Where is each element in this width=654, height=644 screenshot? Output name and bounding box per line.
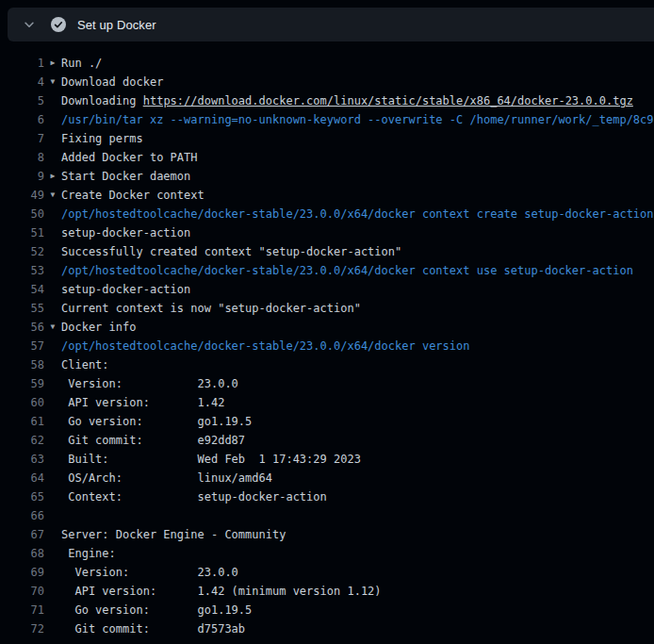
log-line: 69 Version: 23.0.0 — [0, 563, 654, 582]
arrow-spacer — [44, 582, 61, 601]
line-number[interactable]: 52 — [0, 242, 44, 261]
log-line: 50/opt/hostedtoolcache/docker-stable/23.… — [0, 205, 654, 223]
line-number[interactable]: 60 — [0, 393, 44, 412]
line-number[interactable]: 59 — [0, 374, 44, 393]
log-line: 54setup-docker-action — [0, 280, 654, 299]
line-number[interactable]: 62 — [0, 431, 44, 450]
log-line: 53/opt/hostedtoolcache/docker-stable/23.… — [0, 261, 654, 280]
log-text: Run ./ — [61, 54, 654, 73]
line-number[interactable]: 49 — [0, 186, 44, 205]
log-text: Server: Docker Engine - Community — [61, 525, 654, 544]
line-number[interactable]: 54 — [0, 280, 44, 299]
line-number[interactable]: 71 — [0, 601, 44, 619]
arrow-spacer — [44, 393, 61, 412]
page: { "header": { "title": "Set up Docker", … — [0, 0, 654, 644]
line-number[interactable]: 64 — [0, 469, 44, 487]
line-number[interactable]: 5 — [0, 91, 44, 110]
expand-icon[interactable]: ▶ — [44, 167, 61, 186]
line-number[interactable]: 9 — [0, 167, 44, 186]
log-line: 70 API version: 1.42 (minimum version 1.… — [0, 582, 654, 601]
log-group-line[interactable]: 56▼Docker info — [0, 318, 654, 337]
line-number[interactable]: 50 — [0, 205, 44, 223]
log-line: 66 — [0, 506, 654, 525]
log-group-line[interactable]: 1▶Run ./ — [0, 54, 654, 73]
line-number[interactable]: 72 — [0, 619, 44, 638]
arrow-spacer — [44, 431, 61, 450]
line-number[interactable]: 1 — [0, 54, 44, 73]
log-text: Version: 23.0.0 — [61, 563, 654, 582]
log-command-text: /opt/hostedtoolcache/docker-stable/23.0.… — [61, 337, 654, 355]
log-line: 6/usr/bin/tar xz --warning=no-unknown-ke… — [0, 110, 654, 129]
arrow-spacer — [44, 129, 61, 148]
line-number[interactable]: 55 — [0, 299, 44, 318]
log-text: Current context is now "setup-docker-act… — [61, 299, 654, 318]
log-group-line[interactable]: 9▶Start Docker daemon — [0, 167, 654, 186]
line-number[interactable]: 56 — [0, 318, 44, 337]
collapse-icon[interactable]: ▼ — [44, 318, 61, 337]
log-line: 72 Git commit: d7573ab — [0, 619, 654, 638]
log-group-line[interactable]: 4▼Download docker — [0, 73, 654, 91]
line-number[interactable]: 6 — [0, 110, 44, 129]
line-number[interactable]: 57 — [0, 337, 44, 355]
log-text: Client: — [61, 355, 654, 374]
log-text-segment: Downloading — [61, 94, 143, 107]
log-text: Download docker — [61, 73, 654, 91]
log-group-line[interactable]: 49▼Create Docker context — [0, 186, 654, 205]
line-number[interactable]: 61 — [0, 412, 44, 431]
log-link[interactable]: https://download.docker.com/linux/static… — [143, 94, 633, 107]
log-text: Go version: go1.19.5 — [61, 412, 654, 431]
log-command-text: /opt/hostedtoolcache/docker-stable/23.0.… — [61, 205, 654, 223]
collapse-icon[interactable]: ▼ — [44, 73, 61, 91]
log-line: 64 OS/Arch: linux/amd64 — [0, 469, 654, 487]
log-text: Version: 23.0.0 — [61, 374, 654, 393]
log-command-text: /usr/bin/tar xz --warning=no-unknown-key… — [61, 110, 654, 129]
line-number[interactable]: 69 — [0, 563, 44, 582]
arrow-spacer — [44, 506, 61, 525]
log-text: Git commit: e92dd87 — [61, 431, 654, 450]
line-number[interactable]: 53 — [0, 261, 44, 280]
arrow-spacer — [44, 619, 61, 638]
arrow-spacer — [44, 412, 61, 431]
log-text: Context: setup-docker-action — [61, 487, 654, 506]
arrow-spacer — [44, 223, 61, 242]
log-line: 5Downloading https://download.docker.com… — [0, 91, 654, 110]
log-text: setup-docker-action — [61, 223, 654, 242]
log-text: API version: 1.42 — [61, 393, 654, 412]
line-number[interactable]: 68 — [0, 544, 44, 563]
log-line: 61 Go version: go1.19.5 — [0, 412, 654, 431]
log-text: Git commit: d7573ab — [61, 619, 654, 638]
log-lines: 1▶Run ./4▼Download docker5Downloading ht… — [0, 54, 654, 638]
log-text: API version: 1.42 (minimum version 1.12) — [61, 582, 654, 601]
log-line: 67Server: Docker Engine - Community — [0, 525, 654, 544]
step-header[interactable]: Set up Docker — [8, 8, 654, 41]
log-text: setup-docker-action — [61, 280, 654, 299]
log-text: Built: Wed Feb 1 17:43:29 2023 — [61, 450, 654, 469]
line-number[interactable]: 8 — [0, 148, 44, 167]
line-number[interactable]: 67 — [0, 525, 44, 544]
line-number[interactable]: 7 — [0, 129, 44, 148]
collapse-icon[interactable]: ▼ — [44, 186, 61, 205]
line-number[interactable]: 58 — [0, 355, 44, 374]
arrow-spacer — [44, 469, 61, 487]
chevron-down-icon[interactable] — [23, 18, 36, 31]
arrow-spacer — [44, 525, 61, 544]
log-line: 58Client: — [0, 355, 654, 374]
log-line: 55Current context is now "setup-docker-a… — [0, 299, 654, 318]
arrow-spacer — [44, 374, 61, 393]
expand-icon[interactable]: ▶ — [44, 54, 61, 73]
log-text: Start Docker daemon — [61, 167, 654, 186]
line-number[interactable]: 66 — [0, 506, 44, 525]
log-line: 63 Built: Wed Feb 1 17:43:29 2023 — [0, 450, 654, 469]
line-number[interactable]: 4 — [0, 73, 44, 91]
line-number[interactable]: 63 — [0, 450, 44, 469]
arrow-spacer — [44, 110, 61, 129]
line-number[interactable]: 70 — [0, 582, 44, 601]
line-number[interactable]: 65 — [0, 487, 44, 506]
log-text: Go version: go1.19.5 — [61, 601, 654, 619]
log-text: OS/Arch: linux/amd64 — [61, 469, 654, 487]
arrow-spacer — [44, 242, 61, 261]
log-text: Create Docker context — [61, 186, 654, 205]
log-line: 71 Go version: go1.19.5 — [0, 601, 654, 619]
line-number[interactable]: 51 — [0, 223, 44, 242]
log-text: Docker info — [61, 318, 654, 337]
